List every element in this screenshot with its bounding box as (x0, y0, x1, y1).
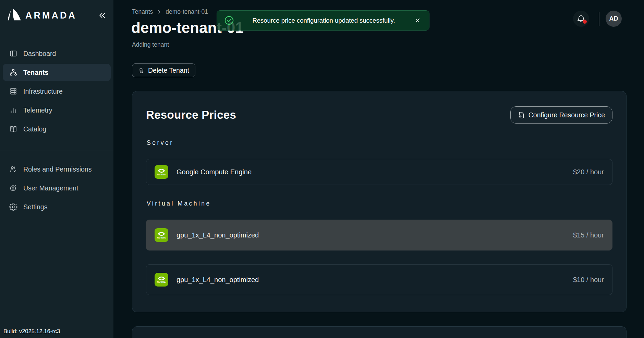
sidebar-item-catalog[interactable]: Catalog (3, 120, 111, 138)
resource-prices-card: Resource Prices Configure Resource Price… (132, 91, 627, 312)
delete-tenant-button[interactable]: Delete Tenant (132, 63, 195, 77)
sidebar-item-label: Roles and Permissions (23, 165, 92, 173)
sidebar-item-label: User Management (23, 184, 78, 192)
configure-resource-price-label: Configure Resource Price (528, 111, 605, 119)
sidebar-collapse-button[interactable] (97, 10, 107, 21)
sidebar-item-telemetry[interactable]: Telemetry (3, 102, 111, 119)
breadcrumb: Tenants demo-tenant-01 (132, 8, 208, 15)
nvidia-wordmark: NVIDIA (157, 173, 166, 176)
tenants-hierarchy-icon (9, 68, 17, 77)
resource-price: $20 / hour (573, 168, 604, 176)
toast-message: Resource price configuration updated suc… (234, 17, 413, 24)
breadcrumb-chevron-icon (157, 9, 162, 14)
sidebar-item-label: Infrastructure (23, 88, 63, 95)
sidebar-item-label: Catalog (23, 125, 46, 133)
sidebar-item-label: Dashboard (23, 50, 56, 58)
bar-chart-icon (9, 106, 17, 114)
sidebar: ARMADA Dashboard Tenants Inf (0, 0, 113, 338)
armada-sail-logo-icon (8, 9, 22, 22)
sidebar-item-settings[interactable]: Settings (3, 198, 111, 215)
sidebar-item-roles-permissions[interactable]: Roles and Permissions (3, 161, 111, 178)
sidebar-item-label: Telemetry (23, 106, 52, 114)
open-book-icon (9, 125, 17, 133)
dashboard-panel-icon (9, 49, 17, 58)
nvidia-logo-icon: NVIDIA (155, 165, 168, 179)
sidebar-item-tenants[interactable]: Tenants (3, 64, 111, 81)
delete-tenant-label: Delete Tenant (148, 67, 189, 74)
group-label-virtual-machine: Virtual Machine (147, 200, 612, 207)
page-subtitle: Adding tenant (132, 41, 169, 48)
breadcrumb-item-tenants[interactable]: Tenants (132, 8, 153, 15)
group-label-server: Server (147, 139, 612, 147)
topbar-divider (599, 12, 599, 26)
sidebar-divider (0, 151, 113, 151)
resource-name: gpu_1x_L4_non_optimized (177, 276, 259, 284)
main-content: Tenants demo-tenant-01 demo-tenant-01 Ad… (113, 0, 644, 338)
resource-name: gpu_1x_L4_non_optimized (177, 231, 259, 239)
price-row-gpu-1x-l4-non-optimized-10[interactable]: NVIDIA gpu_1x_L4_non_optimized $10 / hou… (146, 264, 612, 295)
trash-icon (138, 67, 145, 74)
file-gear-icon (518, 112, 525, 119)
resource-name: Google Compute Engine (177, 168, 252, 176)
price-row-google-compute-engine[interactable]: NVIDIA Google Compute Engine $20 / hour (146, 159, 612, 185)
resource-prices-title: Resource Prices (146, 108, 236, 121)
resource-price: $15 / hour (573, 231, 604, 239)
chevron-double-left-icon (98, 11, 107, 20)
breadcrumb-item-current: demo-tenant-01 (166, 8, 208, 15)
sidebar-item-infrastructure[interactable]: Infrastructure (3, 83, 111, 100)
close-icon (414, 17, 421, 24)
nvidia-logo-icon: NVIDIA (155, 228, 168, 242)
sidebar-item-dashboard[interactable]: Dashboard (3, 45, 111, 62)
toast-close-button[interactable] (413, 16, 422, 25)
server-stack-icon (9, 87, 17, 95)
notifications-button[interactable] (573, 11, 589, 27)
nvidia-wordmark: NVIDIA (157, 236, 166, 239)
configure-resource-price-button[interactable]: Configure Resource Price (510, 106, 612, 124)
sidebar-item-label: Settings (23, 203, 47, 211)
nvidia-wordmark: NVIDIA (157, 281, 166, 283)
nvidia-logo-icon: NVIDIA (155, 273, 168, 287)
notification-badge-dot (583, 20, 587, 24)
resource-price: $10 / hour (573, 276, 604, 284)
sidebar-item-user-management[interactable]: User Management (3, 179, 111, 197)
gear-icon (9, 203, 17, 211)
success-toast: Resource price configuration updated suc… (217, 10, 429, 31)
next-card-partial (132, 326, 627, 338)
brand-logo-row: ARMADA (8, 8, 107, 23)
check-circle-icon (224, 15, 234, 26)
brand-name: ARMADA (25, 10, 77, 21)
user-avatar[interactable]: AD (606, 11, 622, 27)
users-check-icon (9, 165, 17, 173)
sidebar-item-label: Tenants (23, 69, 48, 77)
build-version-label: Build: v2025.12.16-rc3 (3, 328, 60, 335)
resource-prices-header: Resource Prices Configure Resource Price (146, 106, 612, 124)
sidebar-secondary-nav: Roles and Permissions User Management Se… (0, 159, 113, 217)
avatar-initials: AD (609, 15, 618, 22)
user-star-icon (9, 184, 17, 192)
price-row-gpu-1x-l4-non-optimized-15[interactable]: NVIDIA gpu_1x_L4_non_optimized $15 / hou… (146, 220, 612, 250)
sidebar-primary-nav: Dashboard Tenants Infrastructure Telemet… (0, 43, 113, 139)
